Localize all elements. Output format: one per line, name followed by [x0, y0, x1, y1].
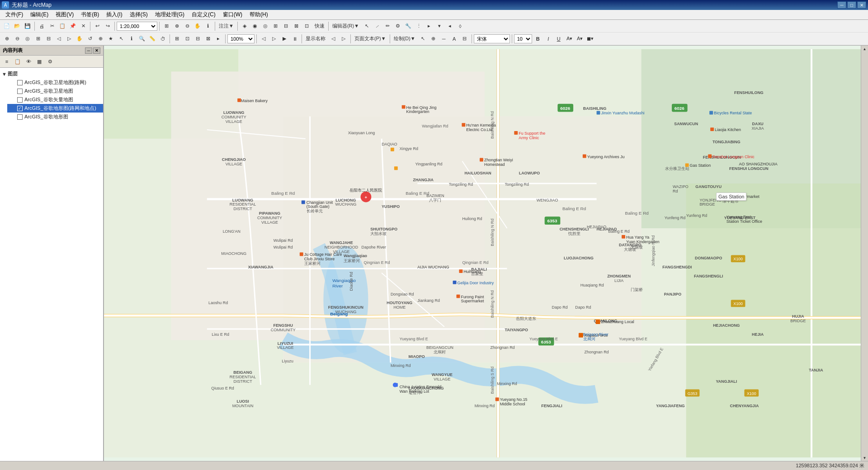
rotate-map[interactable]: ↺	[85, 34, 95, 44]
panel-close-btn[interactable]: ✕	[93, 47, 100, 54]
edit-tool-8[interactable]: ▾	[434, 21, 444, 31]
layer-item-2[interactable]: ArcGIS_谷歌卫星地图	[7, 87, 103, 95]
zoom-prev[interactable]: ◁	[54, 34, 64, 44]
zoom-in-map[interactable]: ⊕	[2, 34, 12, 44]
view-btn-2[interactable]: ⊡	[182, 34, 192, 44]
display-prev[interactable]: ◁	[328, 34, 338, 44]
layer-checkbox-3[interactable]	[17, 97, 23, 103]
tool-btn-5[interactable]: ⊟	[281, 21, 291, 31]
edit-tool-1[interactable]: ↖	[362, 21, 372, 31]
layer-checkbox-5[interactable]	[17, 114, 23, 120]
zoom-percent-selector[interactable]: 100% 50% 200%	[227, 34, 255, 43]
display-next[interactable]: ▷	[339, 34, 349, 44]
layer-item-5[interactable]: ArcGIS_谷歌地形图	[7, 113, 103, 121]
draw-tool-5[interactable]: ⊟	[460, 34, 470, 44]
edit-tool-2[interactable]: ⟋	[372, 21, 382, 31]
pan-map[interactable]: ✋	[75, 34, 85, 44]
measure-tool[interactable]: 📏	[147, 34, 157, 44]
list-by-drawing-order[interactable]: ≡	[2, 56, 12, 66]
zoom-extent[interactable]: ⊞	[33, 34, 43, 44]
edit-tool-10[interactable]: ◊	[455, 21, 465, 31]
view-btn-1[interactable]: ⊞	[172, 34, 182, 44]
layer-item-3[interactable]: ArcGIS_谷歌矢量地图	[7, 95, 103, 104]
menu-item-插入(I)[interactable]: 插入(I)	[103, 10, 126, 19]
map-area[interactable]: 6353 6353 6026 6026 X100 X100 X100 G353 …	[104, 46, 861, 461]
scroll-up-button[interactable]: ▲	[862, 46, 868, 52]
menu-item-帮助(H)[interactable]: 帮助(H)	[246, 10, 272, 19]
font-selector[interactable]: 宋体	[474, 34, 510, 43]
go-to[interactable]: ⊕	[95, 34, 105, 44]
edit-tool-7[interactable]: ▸	[424, 21, 434, 31]
view-btn-3[interactable]: ⊟	[193, 34, 203, 44]
edit-tool-6[interactable]: ⋮	[414, 21, 424, 31]
edit-tool-5[interactable]: 🔧	[403, 21, 413, 31]
view-btn-4[interactable]: ⊠	[203, 34, 213, 44]
scroll-down-button[interactable]: ▼	[862, 455, 868, 461]
zoom-all[interactable]: ⊟	[43, 34, 53, 44]
layer-checkbox-2[interactable]	[17, 89, 23, 94]
zoom-full-button[interactable]: ⊞	[161, 21, 171, 31]
close-button[interactable]: ✕	[857, 1, 866, 9]
copy-button[interactable]: 📋	[57, 21, 67, 31]
editor-label[interactable]: 编辑器(R)▼	[330, 23, 361, 29]
zoom-out-button[interactable]: ⊖	[182, 21, 192, 31]
select-features[interactable]: ↖	[116, 34, 126, 44]
tool-btn-3[interactable]: ◎	[260, 21, 270, 31]
draw-tool-2[interactable]: ⊕	[429, 34, 439, 44]
menu-item-文件(F)[interactable]: 文件(F)	[2, 10, 27, 19]
tool-btn-7[interactable]: ⊡	[302, 21, 312, 31]
highlight-color-button[interactable]: A▾	[575, 34, 585, 44]
zoom-in-button[interactable]: ⊕	[172, 21, 182, 31]
font-color-button[interactable]: A▾	[565, 34, 575, 44]
save-button[interactable]: 💾	[23, 21, 33, 31]
font-size-selector[interactable]: 10 12 14	[514, 34, 532, 43]
draw-tool-3[interactable]: ─	[439, 34, 449, 44]
identify-button[interactable]: ℹ	[203, 21, 213, 31]
zoom-next[interactable]: ▷	[64, 34, 74, 44]
layer-play[interactable]: ▶	[279, 34, 289, 44]
menu-item-视图(V)[interactable]: 视图(V)	[52, 10, 77, 19]
menu-item-地理处理(G)[interactable]: 地理处理(G)	[151, 10, 188, 19]
maximize-button[interactable]: □	[847, 1, 856, 9]
zoom-out-map[interactable]: ⊖	[12, 34, 22, 44]
layer-item-1[interactable]: ArcGIS_谷歌卫星地图(路网)	[7, 78, 103, 87]
panel-minimize-btn[interactable]: ─	[85, 47, 92, 54]
menu-item-书签(B)[interactable]: 书签(B)	[77, 10, 103, 19]
map-container[interactable]: 6353 6353 6026 6026 X100 X100 X100 G353 …	[104, 46, 861, 461]
edit-tool-4[interactable]: ⚙	[393, 21, 403, 31]
layer-pause[interactable]: ⏸	[290, 34, 300, 44]
edit-tool-9[interactable]: ◂	[445, 21, 455, 31]
undo-button[interactable]: ↩	[92, 21, 102, 31]
tool-btn-2[interactable]: ◉	[250, 21, 260, 31]
edit-tool-3[interactable]: ✏	[382, 21, 392, 31]
draw-tool-4[interactable]: A	[449, 34, 459, 44]
list-by-selection[interactable]: ▦	[34, 56, 44, 66]
options-btn[interactable]: ⚙	[45, 56, 55, 66]
bookmark-btn[interactable]: ★	[106, 34, 116, 44]
list-by-source[interactable]: 📋	[13, 56, 23, 66]
page-text-label[interactable]: 页面文本(P)▼	[353, 35, 388, 42]
layer-prev[interactable]: ◁	[259, 34, 269, 44]
find-route[interactable]: 🔍	[137, 34, 147, 44]
draw-label[interactable]: 绘制(D)▼	[392, 35, 417, 42]
tool-btn-4[interactable]: ⊞	[271, 21, 281, 31]
view-btn-5[interactable]: ▸	[213, 34, 223, 44]
underline-button[interactable]: U	[554, 34, 564, 44]
identify-features[interactable]: ℹ	[127, 34, 137, 44]
paste-button[interactable]: 📌	[68, 21, 78, 31]
menu-item-选择(S)[interactable]: 选择(S)	[126, 10, 151, 19]
bold-button[interactable]: B	[533, 34, 543, 44]
redo-button[interactable]: ↪	[103, 21, 113, 31]
menu-item-自定义(C)[interactable]: 自定义(C)	[188, 10, 219, 19]
fixed-zoom[interactable]: ◎	[23, 34, 33, 44]
cut-button[interactable]: ✂	[47, 21, 57, 31]
layer-checkbox-4[interactable]: ✓	[17, 106, 23, 111]
print-button[interactable]: 🖨	[37, 21, 47, 31]
time-tool[interactable]: ⏱	[158, 34, 168, 44]
tool-btn-1[interactable]: ◈	[240, 21, 250, 31]
minimize-button[interactable]: ─	[837, 1, 846, 9]
pan-button[interactable]: ✋	[193, 21, 203, 31]
kuaisu-label[interactable]: 快速	[313, 23, 326, 29]
delete-button[interactable]: ✕	[78, 21, 88, 31]
scale-selector[interactable]: 1:20,000 1:50,000 1:100,000	[117, 22, 157, 31]
